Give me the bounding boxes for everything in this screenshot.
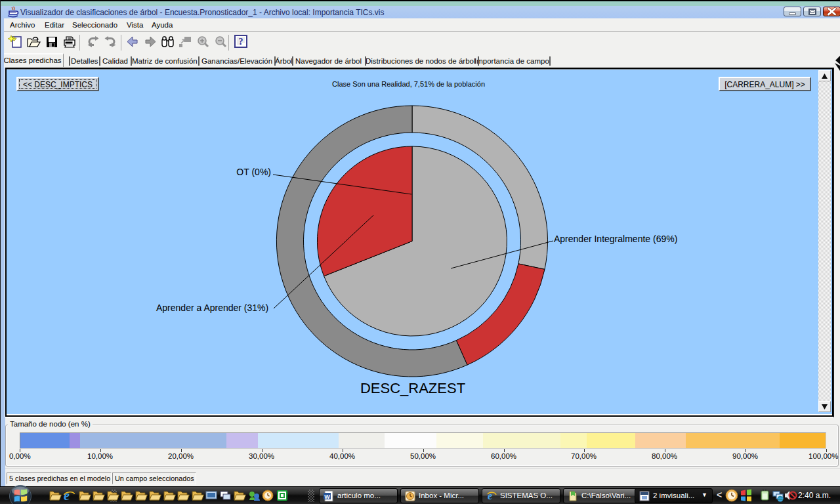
svg-text:e: e [64, 488, 70, 503]
svg-text:W: W [324, 494, 330, 500]
